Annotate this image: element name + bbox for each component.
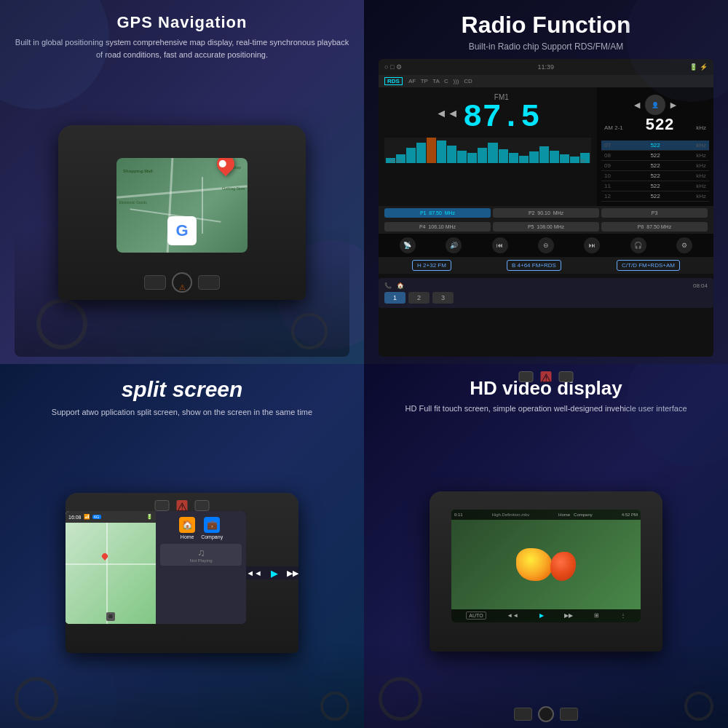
radio-controls: 📡 🔊 ⏮ ⊖ ⏭ 🎧 ⚙ bbox=[379, 234, 713, 257]
radio-back-btn[interactable]: ◄◄ bbox=[435, 107, 459, 120]
gps-screen[interactable]: Shopping Mall Coffee Shop Electronic Goo… bbox=[116, 158, 248, 253]
call-tab-2[interactable]: 2 bbox=[408, 292, 430, 304]
rds-options: AF TP TA C ))) CD bbox=[408, 78, 472, 84]
hd-video-content bbox=[451, 510, 641, 622]
preset-buttons-row1: P1 87.50 MHz P2 90.10 MHz P3 bbox=[379, 206, 713, 220]
call-icons-area: 📞 🏠 bbox=[384, 282, 404, 289]
preset-buttons-row2: P4 106.10 MHz P5 108.00 MHz P6 87.50 MHz bbox=[379, 220, 713, 234]
cast-icon[interactable]: 📡 bbox=[400, 237, 416, 253]
preset-p4[interactable]: P4 106.10 MHz bbox=[384, 222, 491, 232]
radio-screen: ○ □ ⚙ 11:39 🔋 ⚡ RDS AF TP TA C ))) CD ◄◄… bbox=[379, 59, 713, 357]
hd-auto-btn[interactable]: AUTO bbox=[466, 612, 486, 620]
call-top-bar: 📞 🏠 08:04 bbox=[384, 282, 708, 289]
call-tab-1[interactable]: 1 bbox=[384, 292, 405, 304]
phone-time: 16:08 bbox=[68, 515, 82, 520]
radio-spectrum: 51.50 2K bbox=[384, 138, 591, 163]
preset-row-3[interactable]: 09 522 kHz bbox=[601, 161, 709, 171]
call-time: 08:04 bbox=[693, 282, 708, 289]
call-tabs: 1 2 3 bbox=[384, 292, 708, 304]
rds-label: RDS bbox=[384, 77, 403, 85]
preset-p2[interactable]: P2 90.10 MHz bbox=[493, 208, 599, 218]
radio-top-bar: ○ □ ⚙ 11:39 🔋 ⚡ bbox=[379, 59, 713, 75]
split-map-area bbox=[66, 523, 156, 624]
radio-presets-list: 07 522 kHz 08 522 kHz 09 522 kHz bbox=[601, 141, 709, 202]
radio-left-panel: ◄◄ FM1 87.5 bbox=[379, 87, 597, 206]
hd-time-elapsed: 0:11 bbox=[454, 513, 463, 517]
radio-station-display: ◄ 👤 ► AM 2-1 522 kHz bbox=[601, 92, 709, 138]
home-app-label: Home bbox=[181, 534, 194, 539]
radio-title: Radio Function bbox=[462, 12, 631, 39]
radio-time: 11:39 bbox=[537, 63, 554, 71]
eq-icon[interactable]: ⚙ bbox=[676, 237, 692, 253]
am-unit: kHz bbox=[696, 124, 706, 131]
radio-section: Radio Function Built-in Radio chip Suppo… bbox=[364, 0, 728, 364]
forward-btn[interactable]: ▶▶ bbox=[287, 569, 298, 578]
preset-row-2[interactable]: 08 522 kHz bbox=[601, 151, 709, 161]
preset-row-4[interactable]: 10 522 kHz bbox=[601, 171, 709, 181]
carplay-icons-row: 🏠 Home 💼 Company bbox=[160, 517, 242, 539]
split-desc: Support atwo pplication split screen, sh… bbox=[52, 406, 312, 419]
preset-row-5[interactable]: 11 522 kHz bbox=[601, 181, 709, 191]
split-bottom-controls: ◄◄ ▶ ▶▶ bbox=[246, 566, 298, 579]
preset-p1[interactable]: P1 87.50 MHz bbox=[384, 208, 491, 218]
nav-right[interactable]: ► bbox=[668, 99, 678, 111]
hd-nav-links: Home Company bbox=[558, 513, 593, 517]
gps-title: GPS Navigation bbox=[116, 13, 247, 32]
radio-rds-bar: RDS AF TP TA C ))) CD bbox=[379, 75, 713, 87]
hd-car-container: ⚠ bbox=[379, 422, 713, 721]
hd-video-area: 0:11 High.Definition.mkv Home Company 4:… bbox=[451, 510, 641, 622]
gps-dashboard: ⚠ Shopping Mall Coffee Shop Electronic G… bbox=[58, 125, 306, 300]
model-badge-c: C/T/D FM+RDS+AM bbox=[617, 260, 680, 271]
battery-icon: 🔋 bbox=[146, 514, 153, 520]
call-tab-3[interactable]: 3 bbox=[432, 292, 454, 304]
hd-file-info: High.Definition.mkv bbox=[492, 513, 530, 517]
gps-car-container: ⚠ Shopping Mall Coffee Shop Electronic G… bbox=[15, 68, 349, 357]
signal-icon: 📶 bbox=[84, 514, 90, 520]
hd-play-btn[interactable]: ▶ bbox=[539, 612, 544, 619]
spectrum-bars bbox=[384, 138, 591, 163]
radio-right-panel: ◄ 👤 ► AM 2-1 522 kHz 07 52 bbox=[597, 87, 713, 206]
split-carplay-panel: 🏠 Home 💼 Company ♫ Not Playing bbox=[156, 511, 246, 624]
hd-forward-btn[interactable]: ▶▶ bbox=[564, 612, 573, 619]
split-dashboard: ⚠ 16:08 📶 4G 🔋 bbox=[66, 493, 298, 653]
map-background: Shopping Mall Coffee Shop Electronic Goo… bbox=[116, 158, 248, 253]
hd-layout-btn[interactable]: ⊞ bbox=[594, 612, 599, 619]
preset-p6[interactable]: P6 87.50 MHz bbox=[601, 222, 708, 232]
not-playing-widget: ♫ Not Playing bbox=[160, 544, 242, 566]
hd-more-btn[interactable]: ⋮ bbox=[620, 612, 626, 619]
preset-p5[interactable]: P5 108.00 MHz bbox=[493, 222, 599, 232]
company-app-icon[interactable]: 💼 Company bbox=[201, 517, 223, 539]
hd-screen[interactable]: 0:11 High.Definition.mkv Home Company 4:… bbox=[451, 510, 641, 622]
am-freq-display: 522 bbox=[645, 116, 674, 135]
play-btn[interactable]: ▶ bbox=[271, 568, 278, 579]
company-app-label: Company bbox=[201, 534, 223, 539]
model-badge-h: H 2+32 FM bbox=[412, 260, 451, 271]
hd-clock: 4:52 PM bbox=[622, 513, 638, 517]
minus-icon[interactable]: ⊖ bbox=[538, 237, 554, 253]
hd-desc: HD Full fit touch screen, simple operati… bbox=[405, 403, 687, 415]
hd-rewind-btn[interactable]: ◄◄ bbox=[507, 612, 518, 619]
main-grid: GPS Navigation Built in global positioni… bbox=[0, 0, 728, 728]
preset-p3[interactable]: P3 bbox=[601, 208, 708, 218]
prev-track-icon[interactable]: ⏮ bbox=[492, 237, 508, 253]
music-icon: ♫ bbox=[163, 547, 239, 558]
radio-main: ◄◄ FM1 87.5 bbox=[379, 87, 713, 206]
split-title: split screen bbox=[122, 377, 243, 402]
headphone-icon[interactable]: 🎧 bbox=[630, 237, 646, 253]
rewind-btn[interactable]: ◄◄ bbox=[246, 569, 262, 577]
preset-row-6[interactable]: 12 522 kHz bbox=[601, 191, 709, 202]
nav-left[interactable]: ◄ bbox=[632, 99, 642, 111]
google-logo: G bbox=[167, 216, 197, 245]
split-screen[interactable]: 16:08 📶 4G 🔋 ⊞ bbox=[66, 511, 246, 624]
preset-row-1[interactable]: 07 522 kHz bbox=[601, 141, 709, 151]
radio-icons: ○ □ ⚙ bbox=[384, 63, 402, 71]
split-section: split screen Support atwo pplication spl… bbox=[0, 364, 364, 728]
home-app-icon[interactable]: 🏠 Home bbox=[179, 517, 195, 539]
hd-top-bar: 0:11 High.Definition.mkv Home Company 4:… bbox=[451, 510, 641, 520]
gps-desc: Built in global positioning system compr… bbox=[15, 36, 349, 60]
next-track-icon[interactable]: ⏭ bbox=[584, 237, 600, 253]
split-left-panel: 16:08 📶 4G 🔋 ⊞ bbox=[66, 511, 156, 624]
volume-icon[interactable]: 🔊 bbox=[446, 237, 462, 253]
model-badge-b: B 4+64 FM+RDS bbox=[507, 260, 561, 271]
hd-dashboard: ⚠ bbox=[430, 491, 662, 652]
